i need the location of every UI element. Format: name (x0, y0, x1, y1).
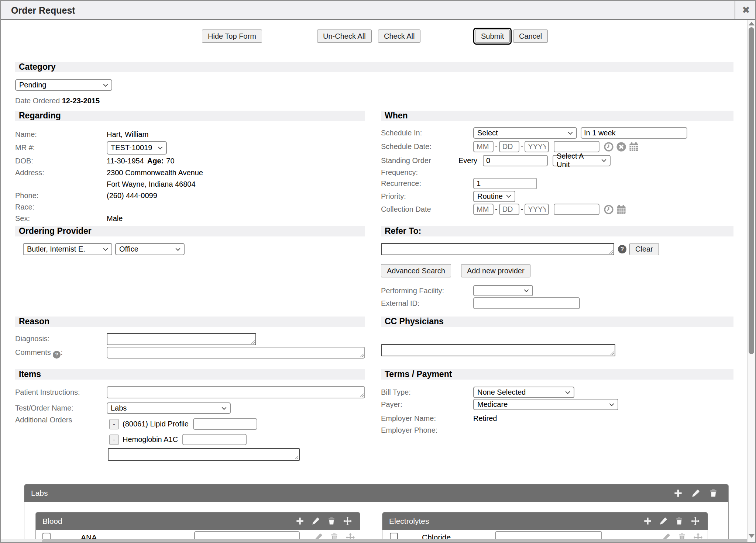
electrolytes-group-panel: Electrolytes Chloride (382, 512, 708, 543)
calendar-icon[interactable] (629, 142, 639, 152)
cc-physicians-input[interactable] (381, 344, 615, 356)
add-icon[interactable] (644, 517, 652, 525)
collection-date-yyyy-input[interactable] (525, 204, 549, 215)
refer-to-search-input[interactable] (381, 243, 614, 255)
unit-select[interactable]: Select A Unit (553, 155, 611, 166)
help-icon[interactable]: ? (53, 351, 61, 359)
refer-to-header: Refer To: (381, 226, 733, 236)
trash-icon[interactable] (328, 517, 335, 525)
mr-label: MR #: (15, 143, 107, 152)
chevron-down-icon (601, 159, 606, 162)
schedule-date-dd-input[interactable] (499, 141, 519, 152)
patient-instructions-label: Patient Instructions: (15, 386, 107, 397)
schedule-in-text-input[interactable] (581, 127, 687, 139)
diagnosis-input[interactable] (107, 333, 256, 345)
priority-select[interactable]: Routine (473, 191, 515, 202)
order-request-dialog: Order Request ✖ Hide Top Form Un-Check A… (0, 0, 756, 543)
external-id-input[interactable] (473, 297, 580, 309)
horizontal-scrollbar[interactable] (1, 539, 749, 543)
page-title: Order Request (11, 5, 75, 16)
collection-time-input[interactable] (554, 204, 599, 215)
address-label: Address: (15, 169, 107, 177)
collection-date-mm-input[interactable] (473, 204, 494, 215)
trash-icon[interactable] (676, 517, 683, 525)
reason-header: Reason (15, 317, 365, 327)
scroll-down-icon[interactable] (749, 534, 755, 538)
schedule-time-input[interactable] (554, 141, 599, 152)
priority-label: Priority: (381, 192, 473, 201)
phone-label: Phone: (15, 191, 107, 200)
reason-section: Diagnosis: Comments ? : (15, 333, 365, 359)
refer-to-section: ? Clear Advanced Search Add new provider… (381, 243, 733, 309)
test-order-name-select[interactable]: Labs (107, 402, 231, 414)
scroll-up-icon[interactable] (749, 22, 755, 25)
chevron-down-icon (506, 195, 511, 198)
performing-facility-select[interactable] (473, 285, 533, 296)
remove-order-button[interactable]: - (109, 419, 119, 429)
move-icon[interactable] (691, 517, 700, 525)
every-label: Every (458, 156, 483, 165)
remove-order-button[interactable]: - (109, 435, 119, 445)
calendar-icon[interactable] (616, 205, 626, 214)
cc-physicians-header: CC Physicians (381, 317, 733, 327)
sex-label: Sex: (15, 214, 107, 223)
additional-order-input[interactable] (108, 448, 300, 461)
horizontal-scrollbar-thumb[interactable] (42, 539, 749, 543)
clock-icon[interactable] (604, 142, 614, 152)
submit-button[interactable]: Submit (475, 30, 510, 43)
schedule-date-mm-input[interactable] (473, 141, 494, 152)
clock-icon[interactable] (604, 205, 614, 214)
schedule-date-yyyy-input[interactable] (525, 141, 549, 152)
edit-pencil-icon[interactable] (692, 489, 700, 497)
payer-select[interactable]: Medicare (473, 399, 618, 410)
electrolytes-group-title: Electrolytes (389, 517, 644, 526)
schedule-in-select[interactable]: Select (473, 127, 577, 139)
blood-group-title: Blood (42, 517, 296, 526)
regarding-section: Name: Hart, William MR #: TEST-10019 DOB… (15, 128, 365, 224)
bill-type-select[interactable]: None Selected (473, 387, 574, 398)
resize-grip-icon (360, 353, 364, 357)
recurrence-input[interactable] (473, 178, 537, 189)
uncheck-all-button[interactable]: Un-Check All (317, 30, 372, 43)
resize-grip-icon (610, 351, 614, 355)
mr-number-select[interactable]: TEST-10019 (107, 141, 167, 155)
help-icon[interactable]: ? (618, 245, 626, 253)
employer-name-value: Retired (473, 414, 497, 423)
every-input[interactable] (483, 155, 548, 166)
clear-button[interactable]: Clear (629, 243, 659, 255)
resize-grip-icon (251, 340, 255, 344)
cancel-button[interactable]: Cancel (513, 30, 548, 43)
address-line1: 2300 Commonwealth Avenue (107, 169, 203, 177)
close-button[interactable]: ✖ (735, 1, 756, 19)
check-all-button[interactable]: Check All (378, 30, 420, 43)
vertical-scrollbar[interactable] (747, 20, 755, 543)
vertical-scrollbar-thumb[interactable] (749, 27, 754, 354)
add-icon[interactable] (296, 517, 304, 525)
edit-pencil-icon[interactable] (312, 517, 320, 525)
name-label: Name: (15, 130, 107, 139)
items-header: Items (15, 369, 365, 380)
add-icon[interactable] (674, 489, 682, 497)
terms-payment-header: Terms / Payment (381, 369, 733, 380)
when-section: Schedule In: Select Schedule Date: - - S… (381, 126, 733, 216)
order-name: Hemoglobin A1C (123, 435, 178, 444)
patient-instructions-input[interactable] (107, 386, 365, 398)
schedule-in-label: Schedule In: (381, 129, 473, 137)
provider-location-select[interactable]: Office (115, 243, 185, 255)
order-value-input[interactable] (182, 434, 247, 445)
order-value-input[interactable] (193, 418, 257, 430)
comments-input[interactable] (107, 347, 365, 359)
provider-select[interactable]: Butler, Internist E. (23, 243, 112, 255)
labs-panel-title: Labs (31, 489, 674, 498)
trash-icon[interactable] (709, 489, 717, 497)
clear-date-icon[interactable] (616, 142, 626, 152)
add-new-provider-button[interactable]: Add new provider (461, 264, 530, 277)
comments-label: Comments (15, 348, 51, 356)
phone-value: (260) 444-0099 (107, 191, 157, 200)
edit-pencil-icon[interactable] (660, 517, 667, 525)
advanced-search-button[interactable]: Advanced Search (381, 264, 451, 277)
collection-date-dd-input[interactable] (499, 204, 519, 215)
hide-top-form-button[interactable]: Hide Top Form (202, 30, 262, 43)
category-select[interactable]: Pending (15, 79, 112, 91)
move-icon[interactable] (343, 517, 352, 525)
